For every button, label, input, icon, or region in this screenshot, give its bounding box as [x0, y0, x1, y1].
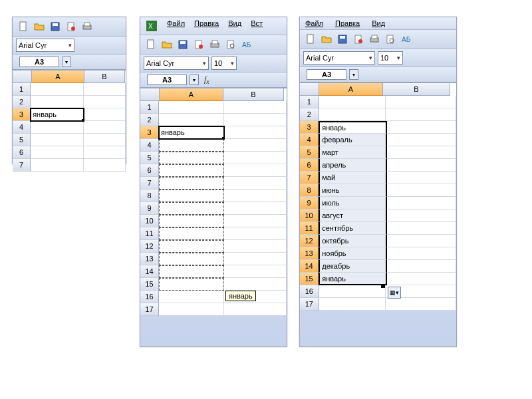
row-header[interactable]: 14 — [300, 260, 319, 273]
new-icon[interactable] — [304, 33, 317, 46]
preview-icon[interactable] — [224, 38, 237, 51]
cell-a10[interactable]: август — [319, 209, 386, 222]
cell-a4[interactable] — [159, 139, 224, 152]
grid[interactable]: A B 123январь4567891011121314151617 янва… — [140, 88, 287, 316]
menu-insert[interactable]: Вст — [251, 19, 263, 33]
cell-b4[interactable] — [84, 121, 126, 134]
row-header[interactable]: 12 — [140, 240, 159, 253]
cell-b5[interactable] — [387, 146, 456, 159]
cell-b7[interactable] — [84, 159, 126, 172]
cell-b3[interactable] — [224, 126, 287, 139]
row-header[interactable]: 4 — [13, 121, 31, 134]
cell-a5[interactable]: март — [319, 146, 386, 159]
row-header[interactable]: 8 — [140, 190, 159, 202]
cell-a4[interactable] — [31, 121, 84, 134]
menu-view[interactable]: Вид — [228, 19, 241, 33]
row-header[interactable]: 14 — [140, 265, 159, 278]
row-header[interactable]: 7 — [140, 177, 159, 190]
cell-b2[interactable] — [386, 108, 456, 121]
row-header[interactable]: 13 — [140, 253, 159, 265]
cell-a3[interactable]: январь — [31, 108, 84, 121]
select-all-corner[interactable] — [300, 83, 319, 96]
cell-a16[interactable] — [319, 285, 386, 298]
size-combo[interactable]: 10 — [211, 57, 237, 70]
cell-b14[interactable] — [387, 260, 456, 273]
cell-a7[interactable] — [31, 159, 84, 172]
spell-icon[interactable]: AБ — [400, 33, 413, 46]
col-header-b[interactable]: B — [223, 88, 284, 101]
cell-b10[interactable] — [387, 209, 456, 222]
cell-b12[interactable] — [224, 240, 287, 253]
row-header[interactable]: 17 — [300, 298, 319, 311]
cell-b15[interactable] — [387, 273, 456, 285]
cell-a17[interactable] — [319, 298, 386, 311]
cell-a6[interactable] — [31, 146, 84, 159]
menu-edit[interactable]: Правка — [335, 19, 360, 27]
cell-b6[interactable] — [387, 159, 456, 172]
permission-icon[interactable] — [352, 33, 365, 46]
row-header[interactable]: 5 — [13, 134, 31, 146]
row-header[interactable]: 4 — [140, 139, 159, 152]
grid[interactable]: A B 123январь4567 — [13, 70, 126, 172]
cell-a3[interactable]: январь — [159, 126, 224, 139]
row-header[interactable]: 11 — [140, 227, 159, 240]
cell-a1[interactable] — [159, 101, 224, 114]
cell-a5[interactable] — [31, 134, 84, 146]
row-header[interactable]: 17 — [140, 303, 159, 316]
col-header-a[interactable]: A — [319, 83, 383, 96]
font-combo[interactable]: Arial Cyr — [144, 57, 209, 70]
cell-a1[interactable] — [319, 96, 386, 108]
row-header[interactable]: 13 — [300, 247, 319, 260]
row-header[interactable]: 15 — [140, 278, 159, 291]
row-header[interactable]: 2 — [140, 114, 159, 126]
cell-a3[interactable]: январь — [319, 121, 386, 134]
row-header[interactable]: 11 — [300, 222, 319, 235]
cell-b13[interactable] — [387, 247, 456, 260]
new-icon[interactable] — [17, 20, 30, 33]
col-header-b[interactable]: B — [383, 83, 450, 96]
cell-a16[interactable] — [159, 291, 224, 303]
row-header[interactable]: 6 — [13, 146, 31, 159]
cell-a9[interactable]: июль — [319, 197, 386, 209]
fill-handle[interactable] — [381, 284, 385, 288]
cell-a12[interactable] — [159, 240, 224, 253]
cell-b13[interactable] — [224, 253, 287, 265]
cell-b2[interactable] — [224, 114, 287, 126]
cell-a1[interactable] — [31, 83, 84, 96]
row-header[interactable]: 3 — [140, 126, 159, 139]
row-header[interactable]: 1 — [13, 83, 31, 96]
permission-icon[interactable] — [65, 20, 78, 33]
col-header-b[interactable]: B — [84, 70, 125, 83]
cell-b4[interactable] — [387, 134, 456, 146]
row-header[interactable]: 9 — [140, 202, 159, 215]
row-header[interactable]: 5 — [300, 146, 319, 159]
name-dropdown-icon[interactable]: ▾ — [62, 57, 71, 67]
menu-edit[interactable]: Правка — [194, 19, 219, 33]
row-header[interactable]: 9 — [300, 197, 319, 209]
cell-b15[interactable] — [224, 278, 287, 291]
cell-a13[interactable]: ноябрь — [319, 247, 386, 260]
save-icon[interactable] — [336, 33, 349, 46]
select-all-corner[interactable] — [140, 88, 160, 101]
cell-a13[interactable] — [159, 253, 224, 265]
menu-file[interactable]: Файл — [167, 19, 185, 33]
save-icon[interactable] — [176, 38, 190, 51]
row-header[interactable]: 10 — [300, 209, 319, 222]
select-all-corner[interactable] — [13, 70, 32, 83]
row-header[interactable]: 16 — [300, 285, 319, 298]
cell-b4[interactable] — [224, 139, 287, 152]
cell-a6[interactable] — [159, 164, 224, 177]
row-header[interactable]: 12 — [300, 235, 319, 247]
cell-a6[interactable]: апрель — [319, 159, 386, 172]
font-combo[interactable]: Arial Cyr — [16, 39, 74, 52]
row-header[interactable]: 7 — [13, 159, 31, 172]
preview-icon[interactable] — [384, 33, 397, 46]
cell-a7[interactable]: май — [319, 172, 386, 184]
size-combo[interactable]: 10 — [378, 51, 403, 65]
cell-a4[interactable]: февраль — [319, 134, 386, 146]
cell-a17[interactable] — [159, 303, 224, 316]
open-icon[interactable] — [160, 38, 174, 51]
cell-b3[interactable] — [84, 108, 126, 121]
new-icon[interactable] — [144, 38, 158, 51]
col-header-a[interactable]: A — [160, 88, 223, 101]
